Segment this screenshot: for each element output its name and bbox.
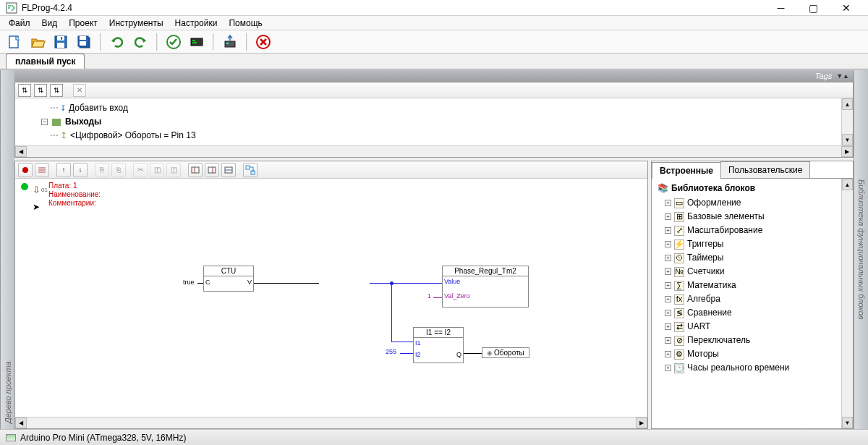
save-all-button[interactable] — [74, 32, 94, 52]
lib-item-label: Оформление — [687, 197, 741, 209]
lib-item-1[interactable]: +⊞Базовые элементы — [655, 210, 850, 224]
lib-tab-user[interactable]: Пользовательские — [720, 161, 811, 178]
compile-button[interactable] — [187, 32, 207, 52]
stop-button[interactable] — [253, 32, 273, 52]
library-sidebar[interactable]: Библиотека функциональных блоков — [854, 70, 868, 429]
canvas-tool2-button: ◫ — [150, 163, 164, 177]
lib-item-label: Алгебра — [687, 293, 720, 305]
save-button[interactable] — [51, 32, 71, 52]
lib-item-3[interactable]: +⚡Триггеры — [655, 237, 850, 251]
verify-button[interactable] — [163, 32, 184, 52]
block-phase-regul[interactable]: Phase_Regul_Tm2 Value Val_Zero — [442, 266, 529, 308]
lib-item-5[interactable]: +№Счетчики — [655, 265, 850, 279]
lib-expand-icon[interactable]: + — [665, 268, 671, 275]
canvas-down-button[interactable]: ↓ — [73, 163, 88, 177]
project-tab[interactable]: плавный пуск — [6, 54, 85, 69]
lib-category-icon: ⚡ — [674, 240, 684, 250]
tree-sort3-button[interactable]: ⇅ — [50, 84, 63, 97]
tree-output-item[interactable]: <Цифровой> Обороты = Pin 13 — [70, 129, 196, 143]
window-title: FLProg-4.2.4 — [22, 3, 765, 13]
tree-expand-outputs[interactable]: − — [41, 119, 48, 125]
tree-sort1-button[interactable]: ⇅ — [18, 84, 31, 97]
tree-add-input[interactable]: Добавить вход — [69, 101, 128, 115]
tree-sort2-button[interactable]: ⇅ — [34, 84, 47, 97]
open-button[interactable] — [27, 32, 48, 52]
new-button[interactable] — [4, 32, 25, 52]
lib-expand-icon[interactable]: + — [665, 337, 671, 344]
lib-expand-icon[interactable]: + — [665, 213, 671, 220]
tree-outputs[interactable]: Выходы — [65, 115, 101, 129]
close-button[interactable]: ✕ — [830, 0, 862, 16]
lib-expand-icon[interactable]: + — [665, 227, 671, 234]
menu-file[interactable]: Файл — [3, 17, 36, 30]
lib-category-icon: ≶ — [674, 308, 684, 318]
canvas-rec-button[interactable] — [18, 163, 33, 177]
lib-item-7[interactable]: +fxАлгебра — [655, 292, 850, 306]
canvas-blk3-button[interactable] — [221, 163, 236, 177]
lib-expand-icon[interactable]: + — [665, 282, 671, 289]
output-folder-icon — [52, 119, 61, 126]
lib-tab-builtin[interactable]: Встроенные — [652, 162, 721, 179]
block-compare[interactable]: I1 == I2 I1 I2 Q — [413, 327, 464, 363]
signal-true: true — [183, 279, 195, 286]
lib-item-8[interactable]: +≶Сравнение — [655, 306, 850, 320]
canvas-up-button[interactable]: ↑ — [56, 163, 71, 177]
lib-item-12[interactable]: +🕒Часы реального времени — [655, 361, 850, 375]
tags-collapse-icon[interactable]: ▼▲ — [836, 72, 849, 80]
upload-button[interactable] — [220, 32, 240, 52]
lib-expand-icon[interactable]: + — [665, 310, 671, 316]
canvas-align-button[interactable] — [35, 163, 49, 177]
lib-category-icon: ∑ — [674, 281, 684, 291]
main-toolbar — [0, 30, 868, 54]
block-ctu[interactable]: CTU C V — [203, 266, 254, 292]
lib-item-6[interactable]: +∑Математика — [655, 279, 850, 292]
lib-item-0[interactable]: +▭Оформление — [655, 196, 850, 210]
lib-item-2[interactable]: +⤢Масштабирование — [655, 224, 850, 237]
scheme-board-label: Плата: 1 — [48, 182, 101, 190]
lib-vscrollbar[interactable]: ▲ ▼ — [841, 179, 853, 428]
scheme-name-label: Наименование: — [48, 190, 101, 199]
maximize-button[interactable]: ▢ — [797, 0, 830, 16]
lib-expand-icon[interactable]: + — [665, 255, 671, 261]
lib-item-9[interactable]: +⇄UART — [655, 320, 850, 334]
undo-button[interactable] — [107, 32, 127, 52]
canvas-toolbar: ↑ ↓ ⎘ ⎗ ✂ ◫ ◫ — [15, 161, 647, 179]
lib-expand-icon[interactable]: + — [665, 323, 671, 330]
lib-expand-icon[interactable]: + — [665, 241, 671, 247]
tree-vscrollbar[interactable]: ▲ ▼ — [841, 98, 853, 145]
svg-rect-4 — [57, 43, 64, 48]
canvas-paste-button: ⎗ — [111, 163, 126, 177]
svg-rect-17 — [192, 167, 199, 173]
output-tag-oboroty[interactable]: ◈Обороты — [482, 347, 529, 358]
svg-rect-15 — [226, 43, 229, 44]
lib-item-label: Переключатель — [687, 334, 750, 347]
lib-expand-icon[interactable]: + — [665, 200, 671, 206]
canvas-hscrollbar[interactable]: ◀▶ — [15, 417, 647, 428]
menu-settings[interactable]: Настройки — [169, 17, 224, 30]
minimize-button[interactable]: ─ — [765, 0, 797, 16]
menu-project[interactable]: Проект — [63, 17, 103, 30]
scheme-comment-label: Комментарии: — [48, 199, 101, 208]
menu-help[interactable]: Помощь — [223, 17, 268, 30]
tree-hscrollbar[interactable]: ◀▶ — [15, 145, 853, 157]
canvas-blk1-button[interactable] — [188, 163, 203, 177]
project-tree-sidebar[interactable]: Дерево проекта — [0, 70, 14, 429]
lib-item-label: Сравнение — [687, 307, 732, 319]
menu-view[interactable]: Вид — [36, 17, 64, 30]
lib-category-icon: ⤢ — [674, 226, 684, 236]
status-dot-icon — [21, 183, 28, 190]
redo-button[interactable] — [130, 32, 150, 52]
canvas-blk2-button[interactable] — [205, 163, 219, 177]
canvas-content[interactable]: ⇩ 01 Плата: 1 Наименование: Комментарии:… — [15, 179, 647, 417]
lib-item-10[interactable]: +⊘Переключатель — [655, 334, 850, 347]
lib-expand-icon[interactable]: + — [665, 365, 671, 371]
lib-item-11[interactable]: +⚙Моторы — [655, 347, 850, 361]
lib-item-label: Счетчики — [687, 266, 724, 278]
lib-item-4[interactable]: +⏲Таймеры — [655, 251, 850, 265]
menu-tools[interactable]: Инструменты — [103, 17, 169, 30]
lib-expand-icon[interactable]: + — [665, 296, 671, 302]
svg-rect-20 — [246, 166, 250, 169]
canvas-net-button[interactable] — [243, 163, 258, 177]
books-icon: 📚 — [658, 183, 668, 193]
lib-expand-icon[interactable]: + — [665, 351, 671, 357]
